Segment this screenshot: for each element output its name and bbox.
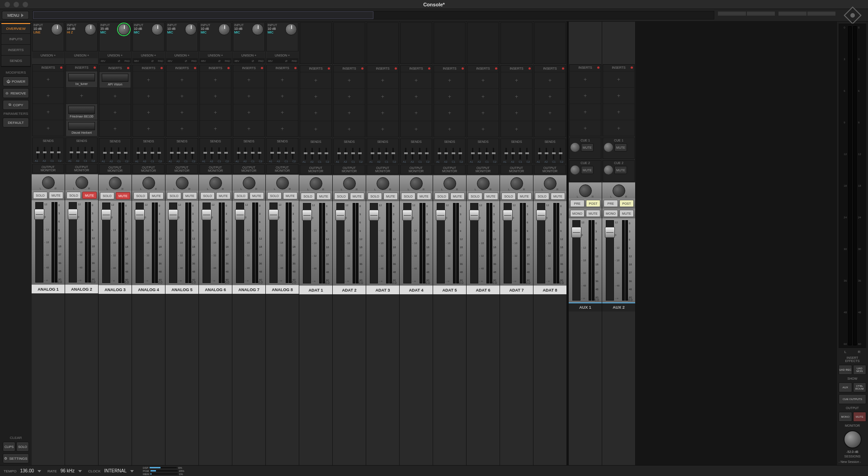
output-selector[interactable]: OUTPUTMONITOR — [333, 165, 365, 174]
insert-slot-2[interactable]: + — [300, 104, 331, 121]
unison-slot[interactable]: UNISON + — [266, 52, 298, 58]
pre-button[interactable]: PRE — [570, 200, 585, 207]
mic-flag-Ø[interactable]: Ø — [216, 58, 224, 64]
insert-slot-3[interactable]: + — [300, 121, 331, 137]
insert-slot-3[interactable]: + — [603, 120, 634, 136]
unison-slot[interactable]: UNISON + — [233, 52, 265, 58]
fader[interactable] — [136, 203, 144, 283]
insert-slot-3[interactable]: + — [334, 121, 365, 137]
output-mono-button[interactable]: MONO — [839, 412, 852, 422]
mute-button[interactable]: MUTE — [82, 192, 97, 199]
zoom-icon[interactable] — [23, 2, 28, 7]
fader-cap[interactable] — [469, 210, 479, 221]
insert-slot-0[interactable]: + — [233, 71, 264, 88]
insert-slot-0[interactable]: + — [33, 71, 64, 87]
rate-field[interactable]: RATE96 kHz — [47, 468, 82, 473]
mute-button[interactable]: MUTE — [517, 193, 532, 200]
mute-button[interactable]: MUTE — [350, 193, 364, 200]
mic-flag-PAD[interactable]: PAD — [257, 58, 265, 64]
fader-cap[interactable] — [302, 210, 312, 221]
insert-slot-0[interactable]: + — [166, 71, 198, 88]
fader-cap[interactable] — [34, 209, 44, 220]
send-slider-2[interactable] — [553, 148, 554, 160]
send-slider-3[interactable] — [58, 147, 59, 159]
mute-button[interactable]: MUTE — [586, 210, 600, 217]
send-slider-0[interactable] — [338, 148, 340, 160]
send-slider-2[interactable] — [185, 147, 186, 159]
send-slider-1[interactable] — [512, 148, 514, 160]
solo-button[interactable]: SOLO — [401, 193, 415, 200]
mute-button[interactable]: MUTE — [149, 192, 164, 199]
uad-rec-button[interactable]: UAD REC — [839, 365, 852, 375]
cue-outputs-button[interactable]: CUE OUTPUTS — [839, 394, 866, 404]
insert-slot-3[interactable]: + — [33, 120, 64, 136]
mic-flag-PAD[interactable]: PAD — [223, 58, 231, 64]
solo-button[interactable]: SOLO — [468, 193, 482, 200]
send-slider-3[interactable] — [560, 148, 561, 160]
send-slider-1[interactable] — [479, 148, 480, 160]
send-slider-1[interactable] — [278, 147, 279, 159]
channel-name[interactable]: ADAT 3 — [366, 285, 399, 294]
insert-slot-2[interactable]: + — [467, 104, 499, 121]
insert-slot-2[interactable]: + — [33, 104, 64, 120]
send-slider-0[interactable] — [137, 147, 139, 159]
insert-slot-3[interactable]: + — [401, 121, 432, 137]
insert-slot-2[interactable]: + — [534, 104, 566, 121]
send-slider-2[interactable] — [51, 147, 52, 159]
sidebar-tab-inserts[interactable]: INSERTS — [1, 45, 30, 56]
insert-slot-1[interactable]: + — [33, 87, 64, 104]
insert-slot-2[interactable]: + — [434, 104, 465, 121]
send-slider-2[interactable] — [419, 148, 420, 160]
send-slider-3[interactable] — [225, 147, 226, 159]
fader[interactable] — [102, 203, 110, 283]
send-slider-2[interactable] — [352, 148, 354, 160]
input-type-selector[interactable]: LINE — [33, 31, 43, 34]
send-slider-2[interactable] — [118, 147, 119, 159]
mic-flag-48V[interactable]: 48V — [166, 58, 174, 64]
channel-name[interactable]: ADAT 8 — [533, 285, 566, 294]
send-slider-3[interactable] — [192, 147, 193, 159]
pre-button[interactable]: PRE — [604, 200, 618, 207]
tempo-field[interactable]: TEMPO136.00 — [4, 468, 41, 473]
cue-mute-button[interactable]: MUTE — [614, 143, 627, 151]
send-slider-0[interactable] — [204, 147, 206, 159]
insert-slot-1[interactable]: + — [99, 88, 131, 104]
send-slider-0[interactable] — [104, 147, 105, 159]
output-selector[interactable]: OUTPUTMONITOR — [434, 165, 466, 174]
mic-flag-48V[interactable]: 48V — [99, 58, 107, 64]
fader-cap[interactable] — [235, 209, 245, 220]
solo-button[interactable]: SOLO — [301, 193, 315, 200]
mute-button[interactable]: MUTE — [183, 192, 197, 199]
default-button[interactable]: DEFAULT — [3, 118, 29, 127]
fader-cap[interactable] — [402, 210, 412, 221]
mute-button[interactable]: MUTE — [417, 193, 431, 200]
insert-slot-0[interactable]: + — [300, 72, 331, 88]
mute-button[interactable]: MUTE — [316, 193, 331, 200]
send-slider-1[interactable] — [77, 147, 79, 159]
channel-name[interactable]: ANALOG 3 — [99, 285, 132, 294]
channel-name[interactable]: ADAT 4 — [400, 285, 433, 294]
clear-clips-button[interactable]: CLIPS — [3, 442, 15, 452]
send-slider-0[interactable] — [405, 148, 406, 160]
send-slider-1[interactable] — [412, 148, 413, 160]
fader-cap[interactable] — [503, 210, 513, 221]
show-aux-button[interactable]: AUX — [839, 382, 852, 392]
channel-name[interactable]: AUX 2 — [602, 302, 635, 311]
fader[interactable] — [504, 203, 512, 283]
solo-button[interactable]: SOLO — [267, 192, 282, 199]
mute-button[interactable]: MUTE — [116, 192, 130, 199]
fader[interactable] — [35, 202, 43, 283]
mono-button[interactable]: MONO — [570, 210, 585, 217]
fader[interactable] — [203, 203, 211, 283]
insert-slot-0[interactable]: + — [603, 71, 634, 87]
send-slider-0[interactable] — [305, 148, 306, 160]
insert-slot-3[interactable]: + — [501, 121, 532, 137]
send-slider-3[interactable] — [259, 147, 260, 159]
mic-flag-Ø[interactable]: Ø — [182, 58, 190, 64]
send-slider-0[interactable] — [372, 148, 373, 160]
insert-slot-1[interactable]: + — [401, 88, 432, 104]
insert-slot-3[interactable]: + — [133, 120, 164, 137]
insert-slot-2[interactable]: + — [570, 104, 601, 120]
send-slider-0[interactable] — [472, 148, 473, 160]
output-selector[interactable]: OUTPUTMONITOR — [99, 164, 131, 174]
